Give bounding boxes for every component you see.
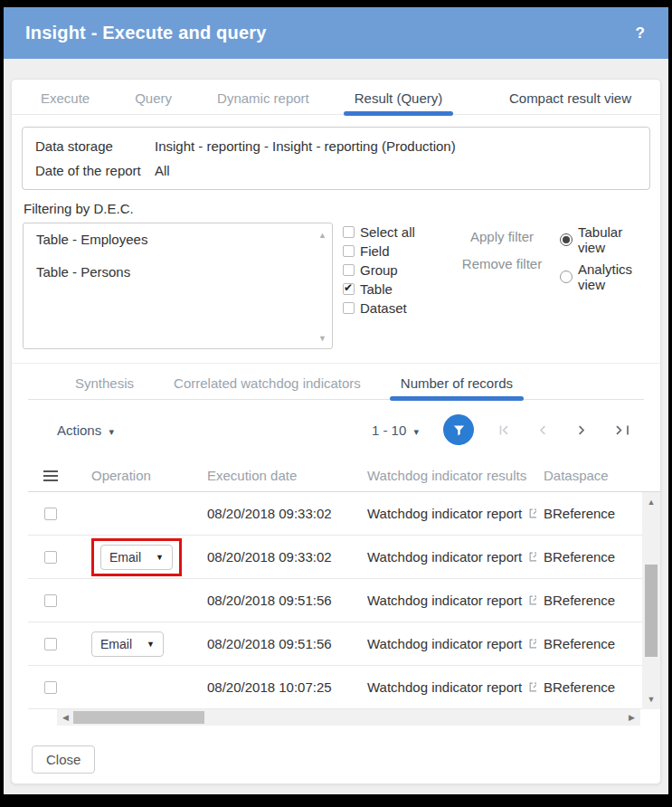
- radio-label: Tabular view: [578, 224, 649, 255]
- pagination-controls: 1 - 10 ▾: [372, 414, 629, 445]
- execution-date-cell: 08/20/2018 09:33:02: [186, 549, 349, 565]
- vertical-scrollbar[interactable]: ▲ ▼: [642, 492, 660, 709]
- table-toolbar: Actions ▾ 1 - 10 ▾: [12, 400, 660, 458]
- tab-execute[interactable]: Execute: [39, 82, 91, 114]
- table-header-row: Operation Execution date Watchdog indica…: [28, 460, 660, 492]
- watchdog-report-link[interactable]: Watchdog indicator report: [367, 593, 522, 608]
- pager: [498, 423, 629, 437]
- operation-cell: Email ▼: [73, 538, 186, 576]
- horizontal-scrollbar[interactable]: ◀ ▶: [57, 709, 640, 726]
- listbox-scroll-up-icon[interactable]: ▲: [318, 231, 327, 240]
- compact-result-view-link[interactable]: Compact result view: [507, 82, 633, 114]
- scroll-right-icon[interactable]: ▶: [629, 709, 635, 726]
- watchdog-report-link[interactable]: Watchdog indicator report: [367, 679, 522, 695]
- table-menu-icon[interactable]: [43, 475, 58, 477]
- listbox-scroll-down-icon[interactable]: ▼: [318, 334, 327, 343]
- row-checkbox[interactable]: [44, 508, 57, 520]
- checkbox-label: Select all: [360, 224, 415, 240]
- checkbox-dataset[interactable]: Dataset: [343, 300, 440, 316]
- dec-listbox[interactable]: Table - Employees Table - Persons ▲ ▼: [23, 223, 333, 349]
- watchdog-report-link[interactable]: Watchdog indicator report: [367, 506, 522, 521]
- row-checkbox[interactable]: [44, 681, 57, 694]
- row-checkbox[interactable]: [44, 594, 57, 607]
- watchdog-result-cell: Watchdog indicator report: [349, 549, 536, 565]
- column-header-operation[interactable]: Operation: [73, 468, 186, 483]
- chevron-down-icon: ▾: [109, 426, 114, 438]
- column-menu-cell: [28, 475, 73, 477]
- checkbox-icon[interactable]: [343, 245, 355, 257]
- checkbox-checked-icon[interactable]: [343, 283, 355, 295]
- row-checkbox[interactable]: [44, 551, 57, 564]
- checkbox-select-all[interactable]: Select all: [343, 224, 440, 240]
- title-bar: Insight - Execute and query ?: [4, 7, 668, 59]
- tab-result-query[interactable]: Result (Query): [353, 82, 445, 114]
- list-item-table-persons[interactable]: Table - Persons: [36, 264, 319, 280]
- filtering-area: Table - Employees Table - Persons ▲ ▼ Se…: [12, 223, 660, 349]
- row-checkbox[interactable]: [44, 638, 57, 650]
- column-header-watchdog-results[interactable]: Watchdog indicator results: [349, 468, 536, 483]
- apply-filter-button[interactable]: Apply filter: [455, 229, 549, 244]
- radio-icon[interactable]: [560, 271, 573, 283]
- external-link-icon[interactable]: [528, 551, 536, 563]
- report-date-value: All: [155, 158, 170, 183]
- filter-funnel-button[interactable]: [443, 414, 474, 445]
- filter-actions: Apply filter Remove filter: [455, 223, 549, 283]
- table-row: 08/20/2018 09:51:56 Watchdog indicator r…: [28, 579, 642, 622]
- help-button[interactable]: ?: [635, 24, 645, 43]
- external-link-icon[interactable]: [528, 508, 536, 519]
- next-page-button[interactable]: [574, 423, 588, 437]
- execution-date-cell: 08/20/2018 09:51:56: [186, 636, 349, 651]
- table-body: 08/20/2018 09:33:02 Watchdog indicator r…: [28, 492, 660, 709]
- checkbox-table[interactable]: Table: [343, 281, 440, 297]
- first-page-button[interactable]: [498, 423, 512, 437]
- page-range-dropdown[interactable]: 1 - 10 ▾: [372, 422, 419, 438]
- column-header-dataspace[interactable]: Dataspace: [536, 468, 616, 483]
- external-link-icon[interactable]: [528, 594, 536, 606]
- radio-analytics-view[interactable]: Analytics view: [560, 261, 649, 292]
- external-link-icon[interactable]: [528, 681, 536, 693]
- actions-label: Actions: [57, 422, 101, 438]
- vertical-scrollbar-thumb[interactable]: [645, 565, 658, 657]
- radio-selected-icon[interactable]: [560, 233, 573, 246]
- column-header-execution-date[interactable]: Execution date: [186, 468, 349, 483]
- checkbox-icon[interactable]: [343, 226, 355, 238]
- result-tab-bar: Synthesis Correlated watchdog indicators…: [28, 364, 644, 400]
- report-date-label: Date of the report: [35, 158, 155, 183]
- checkbox-field[interactable]: Field: [343, 243, 440, 259]
- external-link-icon[interactable]: [528, 638, 536, 650]
- horizontal-scrollbar-thumb[interactable]: [73, 711, 204, 724]
- watchdog-result-cell: Watchdog indicator report: [349, 636, 536, 651]
- watchdog-report-link[interactable]: Watchdog indicator report: [367, 636, 522, 651]
- scroll-left-icon[interactable]: ◀: [62, 709, 69, 726]
- last-page-button[interactable]: [612, 423, 629, 437]
- report-date-row: Date of the report All: [35, 158, 637, 183]
- operation-select[interactable]: Email ▼: [100, 545, 173, 570]
- list-item-table-employees[interactable]: Table - Employees: [36, 232, 319, 247]
- dataspace-cell: BReference: [536, 679, 616, 695]
- report-info-box: Data storage Insight - reporting - Insig…: [22, 127, 650, 190]
- checkbox-label: Field: [360, 243, 390, 259]
- operation-select[interactable]: Email ▼: [91, 631, 164, 657]
- filtering-title: Filtering by D.E.C.: [24, 201, 660, 216]
- scroll-up-icon[interactable]: ▲: [642, 498, 660, 507]
- watchdog-report-link[interactable]: Watchdog indicator report: [367, 549, 522, 565]
- checkbox-icon[interactable]: [343, 302, 355, 314]
- tab-dynamic-report[interactable]: Dynamic report: [215, 82, 311, 114]
- chevron-down-icon: ▼: [147, 640, 155, 649]
- tab-query[interactable]: Query: [133, 82, 174, 114]
- dataspace-cell: BReference: [536, 593, 616, 608]
- funnel-icon: [452, 423, 466, 437]
- radio-tabular-view[interactable]: Tabular view: [560, 224, 649, 255]
- checkbox-group[interactable]: Group: [343, 262, 440, 278]
- table-row: 08/20/2018 09:33:02 Watchdog indicator r…: [28, 492, 642, 536]
- actions-dropdown[interactable]: Actions ▾: [57, 422, 114, 438]
- tab-synthesis[interactable]: Synthesis: [73, 367, 136, 399]
- tab-number-of-records[interactable]: Number of records: [399, 367, 515, 399]
- tab-correlated-watchdog-indicators[interactable]: Correlated watchdog indicators: [172, 367, 363, 399]
- previous-page-button[interactable]: [536, 423, 550, 437]
- close-button[interactable]: Close: [32, 745, 95, 774]
- scroll-down-icon[interactable]: ▼: [642, 695, 660, 704]
- checkbox-icon[interactable]: [343, 264, 355, 276]
- remove-filter-button[interactable]: Remove filter: [455, 256, 549, 271]
- dialog-footer: Close: [12, 726, 660, 774]
